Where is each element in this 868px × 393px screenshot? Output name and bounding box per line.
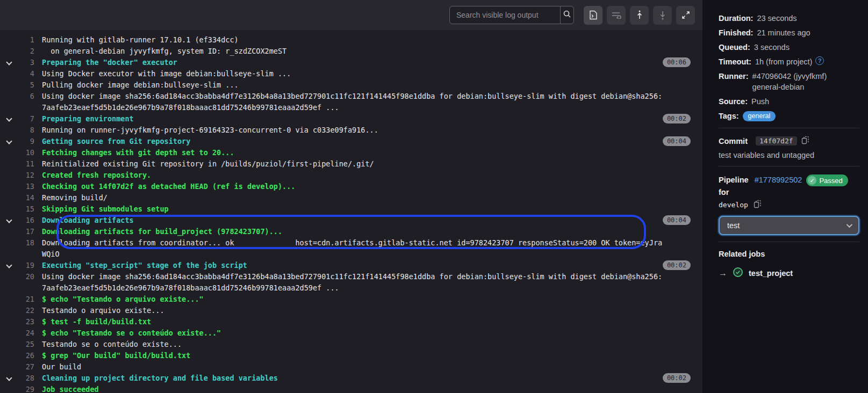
log-search — [449, 6, 574, 24]
pipeline-ref[interactable]: develop — [719, 201, 748, 209]
help-icon[interactable]: ? — [815, 56, 824, 65]
copy-ref-button[interactable] — [754, 200, 762, 212]
show-raw-log-button[interactable] — [584, 6, 602, 25]
log-text: Job succeeded — [42, 384, 664, 393]
related-job-link: test_project — [749, 269, 793, 278]
log-text: Testando se o conteúdo existe... — [42, 339, 664, 350]
chevron-spacer — [0, 203, 18, 207]
line-number[interactable]: 5 — [18, 79, 34, 91]
line-number[interactable]: 8 — [18, 125, 34, 136]
detail-value: 21 minutes ago — [757, 27, 810, 38]
line-number[interactable]: 12 — [18, 170, 34, 181]
log-text: on general-debian jyvyfkmfg, system ID: … — [42, 46, 664, 57]
line-number[interactable]: 15 — [18, 203, 34, 215]
section-header-text[interactable]: Executing "step_script" stage of the job… — [42, 260, 664, 271]
related-job-item[interactable]: →test_project — [719, 267, 859, 279]
line-number[interactable]: 7 — [18, 113, 34, 125]
section-header-text[interactable]: Getting source from Git repository — [42, 136, 664, 147]
stage-dropdown[interactable]: test — [719, 216, 859, 235]
detail-row: Finished:21 minutes ago — [719, 27, 859, 38]
log-line: 27Our build — [0, 361, 702, 373]
line-number[interactable]: 24 — [18, 328, 34, 339]
collapse-section-button[interactable] — [0, 57, 18, 64]
line-number[interactable]: 18 — [18, 237, 34, 249]
sidebar-divider — [719, 128, 859, 128]
line-number[interactable]: 13 — [18, 181, 34, 192]
line-number[interactable]: 26 — [18, 350, 34, 361]
pipeline-link[interactable]: #1778992502 — [755, 176, 802, 184]
log-line: 28Cleaning up project directory and file… — [0, 373, 702, 384]
chevron-spacer — [0, 79, 18, 83]
line-number[interactable]: 6 — [18, 91, 34, 102]
line-number[interactable]: 17 — [18, 226, 34, 237]
line-number[interactable]: 1 — [18, 34, 34, 46]
log-line: 2 on general-debian jyvyfkmfg, system ID… — [0, 46, 702, 57]
scroll-to-top-button[interactable] — [630, 6, 649, 25]
log-text: $ grep "Our build" build/build.txt — [42, 350, 664, 361]
collapse-section-button[interactable] — [0, 215, 18, 222]
detail-row: Source:Push — [719, 96, 859, 107]
search-input[interactable] — [450, 6, 560, 24]
collapse-section-button[interactable] — [0, 373, 18, 380]
line-number[interactable]: 14 — [18, 192, 34, 203]
scroll-to-bottom-button[interactable] — [653, 6, 672, 25]
log-panel: 1Running with gitlab-runner 17.10.1 (ef3… — [0, 0, 702, 393]
log-text: Removing build/ — [42, 192, 664, 203]
log-line: 26$ grep "Our build" build/build.txt — [0, 350, 702, 361]
copy-commit-button[interactable] — [801, 136, 809, 146]
wrap-lines-button[interactable] — [607, 6, 626, 25]
line-number[interactable]: 4 — [18, 68, 34, 79]
detail-label: Duration: — [719, 13, 753, 24]
file-terminal-icon — [589, 10, 598, 20]
line-number[interactable]: 3 — [18, 57, 34, 68]
line-number[interactable]: 19 — [18, 260, 34, 271]
log-text: Pulling docker image debian:bullseye-sli… — [42, 79, 664, 91]
line-number[interactable]: 16 — [18, 215, 34, 226]
job-details: Duration:23 secondsFinished:21 minutes a… — [719, 13, 859, 107]
commit-sha[interactable]: 14f07d2f — [756, 136, 797, 145]
log-line: 22Testando o arquivo existe... — [0, 305, 702, 316]
log-line: 29Job succeeded — [0, 384, 702, 393]
collapse-section-button[interactable] — [0, 260, 18, 267]
log-text: $ echo "Testando se o conteúdo existe...… — [42, 328, 664, 339]
detail-label: Finished: — [719, 27, 753, 38]
log-text: Running on runner-jyvyfkmfg-project-6916… — [42, 125, 664, 136]
tags-row: Tags: general — [719, 111, 859, 121]
log-line: 5Pulling docker image debian:bullseye-sl… — [0, 79, 702, 91]
line-number[interactable]: 21 — [18, 294, 34, 305]
line-number[interactable]: 23 — [18, 316, 34, 328]
section-duration-badge: 00:06 — [663, 57, 691, 67]
line-number[interactable]: 10 — [18, 147, 34, 158]
line-number[interactable]: 20 — [18, 271, 34, 282]
tag-badge[interactable]: general — [743, 111, 776, 121]
line-number[interactable]: 29 — [18, 384, 34, 393]
collapse-section-button[interactable] — [0, 136, 18, 143]
log-line: 13Checking out 14f07d2f as detached HEAD… — [0, 181, 702, 192]
log-line: 8Running on runner-jyvyfkmfg-project-691… — [0, 125, 702, 136]
search-button[interactable] — [560, 6, 573, 24]
line-number[interactable]: 11 — [18, 158, 34, 170]
section-duration-badge: 00:04 — [663, 215, 691, 225]
log-line: 20Using docker image sha256:6ad184acc3ba… — [0, 271, 702, 294]
line-number[interactable]: 27 — [18, 361, 34, 373]
fullscreen-button[interactable] — [676, 6, 695, 25]
detail-label: Runner: — [719, 71, 749, 92]
chevron-spacer — [0, 34, 18, 38]
section-header-text[interactable]: Cleaning up project directory and file b… — [42, 373, 664, 384]
collapse-section-button[interactable] — [0, 113, 18, 121]
log-line: 14Removing build/ — [0, 192, 702, 203]
line-number[interactable]: 28 — [18, 373, 34, 384]
pipeline-status-badge[interactable]: ✓ Passed — [806, 174, 848, 186]
detail-value: #47096042 (jyvyfkmf) general-debian — [752, 71, 827, 92]
line-number[interactable]: 25 — [18, 339, 34, 350]
section-header-text[interactable]: Preparing environment — [42, 113, 664, 125]
log-text: Created fresh repository. — [42, 170, 664, 181]
section-header-text[interactable]: Downloading artifacts — [42, 215, 664, 226]
related-jobs-list: →test_project — [719, 267, 859, 279]
log-line: 6Using docker image sha256:6ad184acc3bab… — [0, 91, 702, 113]
search-icon — [563, 10, 571, 20]
line-number[interactable]: 9 — [18, 136, 34, 147]
section-header-text[interactable]: Preparing the "docker" executor — [42, 57, 664, 68]
line-number[interactable]: 22 — [18, 305, 34, 316]
line-number[interactable]: 2 — [18, 46, 34, 57]
